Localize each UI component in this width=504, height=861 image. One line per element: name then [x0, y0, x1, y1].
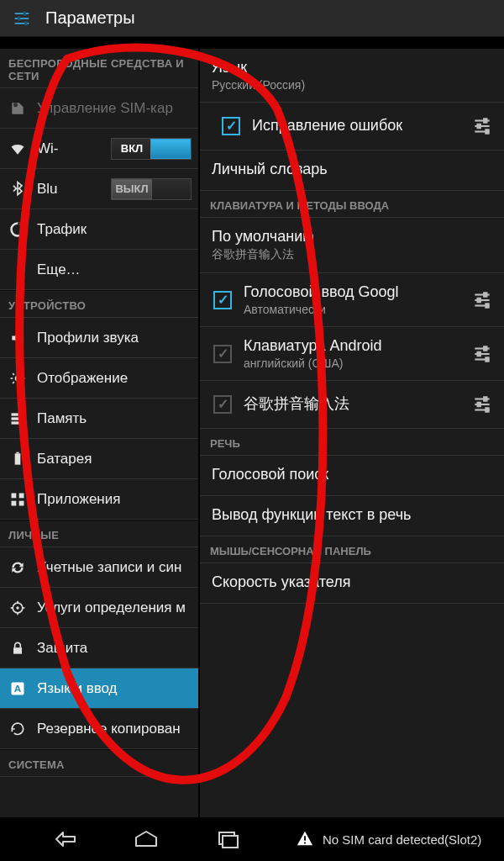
- sync-icon: [8, 558, 27, 577]
- sidebar-item-label: Отображение: [37, 370, 192, 387]
- svg-rect-0: [15, 13, 29, 14]
- sidebar-item-label: Управление SIM-кар: [37, 100, 192, 117]
- section-device: УСТРОЙСТВО: [0, 290, 198, 318]
- sidebar-item-display[interactable]: Отображение: [0, 358, 198, 399]
- nav-bar: No SIM card detected(Slot2): [0, 817, 504, 861]
- bluetooth-icon: [8, 180, 27, 198]
- svg-rect-56: [484, 397, 486, 400]
- checkbox[interactable]: [213, 291, 232, 309]
- nav-back-button[interactable]: [48, 827, 81, 852]
- sidebar-item-label: Blu: [37, 181, 101, 198]
- row-default-kb[interactable]: По умолчанию 谷歌拼音输入法: [200, 218, 504, 273]
- svg-rect-24: [12, 500, 17, 505]
- nav-home-button[interactable]: [129, 827, 163, 852]
- data-usage-icon: [8, 220, 27, 239]
- blank-icon: [8, 261, 27, 279]
- settings-icon: [8, 5, 35, 32]
- row-title: Исправление ошибок: [252, 117, 457, 135]
- checkbox[interactable]: [213, 345, 232, 363]
- bluetooth-toggle[interactable]: ВЫКЛ: [111, 178, 192, 200]
- row-title: Язык: [212, 59, 492, 77]
- row-title: Вывод функции текст в речь: [212, 506, 492, 524]
- svg-line-15: [13, 382, 14, 383]
- section-wireless: БЕСПРОВОДНЫЕ СРЕДСТВА И СЕТИ: [0, 49, 198, 88]
- sidebar-item-label: Защита: [37, 640, 192, 657]
- warning-icon: [296, 829, 314, 850]
- sliders-icon[interactable]: [469, 391, 496, 418]
- row-language[interactable]: Язык Русский (Россия): [200, 49, 504, 103]
- display-icon: [8, 369, 27, 388]
- row-subtitle: Автоматически: [244, 303, 457, 316]
- row-title: Скорость указателя: [212, 573, 492, 591]
- row-personal-dict[interactable]: Личный словарь: [200, 151, 504, 191]
- sidebar-item-label: Приложения: [37, 491, 192, 508]
- sidebar-item-label: Еще…: [37, 261, 192, 278]
- row-title: Голосовой поиск: [212, 466, 492, 483]
- svg-rect-38: [484, 119, 486, 122]
- wifi-toggle[interactable]: ВКЛ: [111, 138, 192, 160]
- svg-point-8: [15, 375, 21, 381]
- settings-sidebar: БЕСПРОВОДНЫЕ СРЕДСТВА И СЕТИ Управление …: [0, 49, 200, 817]
- checkbox[interactable]: [222, 117, 240, 135]
- appbar: Параметры: [0, 0, 504, 37]
- svg-rect-57: [478, 403, 480, 406]
- svg-rect-22: [12, 493, 17, 498]
- sliders-icon[interactable]: [469, 341, 496, 367]
- section-mouse: МЫШЬ/СЕНСОРНАЯ ПАНЕЛЬ: [200, 536, 504, 563]
- row-spellcheck[interactable]: Исправление ошибок: [200, 103, 504, 151]
- sidebar-item-bluetooth[interactable]: Blu ВЫКЛ: [0, 169, 198, 209]
- sidebar-item-backup[interactable]: Резервное копирован: [0, 709, 198, 749]
- sidebar-item-label: Трафик: [37, 221, 192, 238]
- row-pointer-speed[interactable]: Скорость указателя: [200, 563, 504, 604]
- row-tts[interactable]: Вывод функции текст в речь: [200, 496, 504, 536]
- svg-rect-25: [19, 500, 24, 505]
- sidebar-item-battery[interactable]: Батарея: [0, 439, 198, 479]
- sidebar-item-sim[interactable]: Управление SIM-кар: [0, 88, 198, 129]
- divider: [0, 37, 504, 49]
- row-voice-search[interactable]: Голосовой поиск: [200, 456, 504, 496]
- sidebar-item-accounts[interactable]: Учетные записи и син: [0, 547, 198, 588]
- sidebar-item-apps[interactable]: Приложения: [0, 479, 198, 520]
- svg-rect-52: [486, 357, 488, 361]
- sidebar-item-label: Wi-: [37, 140, 101, 157]
- sim-icon: [8, 99, 27, 118]
- row-subtitle: 谷歌拼音输入法: [212, 247, 492, 262]
- sidebar-item-location[interactable]: Услуги определения м: [0, 588, 198, 628]
- sidebar-item-security[interactable]: Защита: [0, 628, 198, 668]
- sliders-icon[interactable]: [469, 287, 496, 314]
- sidebar-item-data[interactable]: Трафик: [0, 209, 198, 250]
- sidebar-item-storage[interactable]: Память: [0, 399, 198, 439]
- row-input-google-voice[interactable]: Голосовой ввод Googl Автоматически: [200, 273, 504, 327]
- checkbox[interactable]: [213, 395, 232, 414]
- svg-rect-45: [478, 298, 480, 301]
- status-area[interactable]: No SIM card detected(Slot2): [292, 817, 504, 861]
- toggle-knob: [112, 179, 152, 199]
- row-input-pinyin[interactable]: 谷歌拼音输入法: [200, 381, 504, 429]
- svg-rect-61: [304, 836, 306, 841]
- svg-rect-5: [24, 21, 27, 25]
- section-personal: ЛИЧНЫЕ: [0, 520, 198, 547]
- sidebar-item-label: Память: [37, 410, 192, 427]
- svg-line-16: [21, 373, 23, 375]
- nav-recent-button[interactable]: [211, 827, 244, 852]
- svg-rect-58: [486, 408, 488, 411]
- svg-point-6: [13, 103, 18, 107]
- sidebar-item-wifi[interactable]: Wi- ВКЛ: [0, 129, 198, 169]
- section-system: СИСТЕМА: [0, 749, 198, 777]
- svg-rect-21: [16, 452, 18, 453]
- sidebar-item-more[interactable]: Еще…: [0, 250, 198, 290]
- sidebar-item-language[interactable]: A Язык и ввод: [0, 668, 198, 709]
- svg-rect-46: [486, 304, 488, 307]
- svg-rect-3: [24, 11, 26, 15]
- svg-rect-44: [484, 293, 486, 296]
- status-text: No SIM card detected(Slot2): [323, 832, 481, 847]
- row-input-android-kb[interactable]: Клавиатура Android английский (США): [200, 327, 504, 381]
- lock-icon: [8, 639, 27, 658]
- sidebar-item-sound[interactable]: Профили звука: [0, 318, 198, 358]
- backup-icon: [8, 720, 27, 738]
- sliders-icon[interactable]: [469, 113, 496, 140]
- row-subtitle: английский (США): [244, 357, 457, 370]
- svg-rect-32: [13, 647, 22, 654]
- sidebar-item-label: Резервное копирован: [37, 721, 192, 737]
- svg-rect-60: [223, 836, 238, 848]
